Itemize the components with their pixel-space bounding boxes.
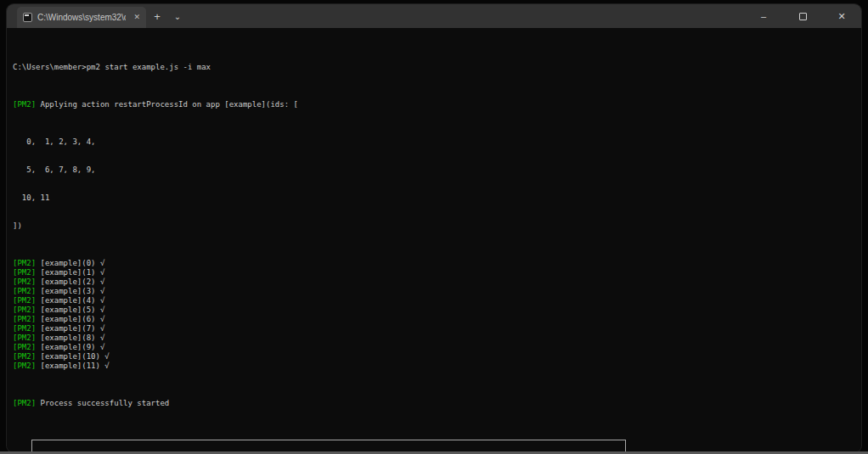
pm2-tag: [PM2] [13,399,36,407]
process-status-text: [example](10) √ [36,352,110,361]
terminal-line: [PM2] [example](9) √ [13,343,861,352]
terminal-line: 5, 6, 7, 8, 9, [13,165,861,175]
terminal-line: [PM2] Applying action restartProcessId o… [13,100,861,109]
pm2-tag: [PM2] [13,259,36,267]
maximize-button[interactable] [783,4,822,28]
pm2-tag: [PM2] [13,305,36,314]
terminal-line: [PM2] [example](3) √ [13,287,861,296]
pm2-tag: [PM2] [13,315,36,323]
minimize-icon: – [761,11,766,21]
terminal-window: C:\Windows\system32\cmd.e... ✕ + ⌄ – ✕ C… [7,4,861,452]
pm2-tag: [PM2] [13,277,36,286]
terminal-output[interactable]: C:\Users\member>pm2 start example.js -i … [7,28,861,452]
terminal-tab[interactable]: C:\Windows\system32\cmd.e... ✕ [17,7,146,28]
close-button[interactable]: ✕ [822,4,861,28]
tab-close-icon[interactable]: ✕ [133,14,140,21]
tab-dropdown-button[interactable]: ⌄ [168,4,187,28]
process-status-text: [example](1) √ [36,268,104,277]
pm2-process-lines: [PM2] [example](0) √[PM2] [example](1) √… [13,259,861,371]
pm2-tag: [PM2] [13,324,36,333]
process-status-text: [example](11) √ [36,362,110,370]
pm2-tag: [PM2] [13,333,36,342]
terminal-line: [PM2] [example](10) √ [13,352,861,362]
titlebar-drag-area [187,4,744,28]
titlebar: C:\Windows\system32\cmd.e... ✕ + ⌄ – ✕ [7,4,861,28]
process-status-text: [example](8) √ [36,333,104,342]
prompt-text: C:\Users\member> [13,63,87,71]
success-text: Process successfully started [36,399,169,407]
pm2-tag: [PM2] [13,343,36,351]
terminal-line: [PM2] [example](6) √ [13,315,861,324]
pm2-tag: [PM2] [13,100,36,109]
terminal-line: 0, 1, 2, 3, 4, [13,137,861,147]
process-status-text: [example](9) √ [36,343,104,351]
process-status-text: [example](4) √ [36,296,104,305]
terminal-line: [PM2] [example](8) √ [13,333,861,343]
tab-title: C:\Windows\system32\cmd.e... [37,13,126,22]
terminal-line: [PM2] [example](4) √ [13,296,861,305]
terminal-line: [PM2] Process successfully started [13,399,861,408]
command-line: C:\Users\member>pm2 start example.js -i … [13,63,861,72]
pm2-tag: [PM2] [13,268,36,277]
terminal-line: [PM2] [example](7) √ [13,324,861,333]
terminal-line: [PM2] [example](11) √ [13,362,861,371]
new-tab-button[interactable]: + [146,4,168,28]
pm2-process-table: idnamenamespaceversionmodepiduptime↺stat… [31,440,626,452]
cmd-window-icon [23,13,32,22]
close-icon: ✕ [837,11,845,22]
terminal-line: ]) [13,221,861,231]
terminal-line: 10, 11 [13,193,861,203]
pm2-tag: [PM2] [13,352,36,361]
terminal-line: [PM2] [example](0) √ [13,259,861,268]
applying-text: Applying action restartProcessId on app … [36,100,298,109]
terminal-line: [PM2] [example](5) √ [13,305,861,315]
terminal-line: [PM2] [example](1) √ [13,268,861,277]
process-status-text: [example](0) √ [36,259,104,267]
pm2-tag: [PM2] [13,296,36,305]
process-status-text: [example](5) √ [36,305,104,314]
process-status-text: [example](6) √ [36,315,104,323]
process-status-text: [example](2) √ [36,277,104,286]
process-status-text: [example](7) √ [36,324,104,333]
terminal-line: [PM2] [example](2) √ [13,277,861,287]
pm2-tag: [PM2] [13,362,36,370]
maximize-icon [799,13,807,20]
command-text: pm2 start example.js -i max [87,63,211,71]
minimize-button[interactable]: – [744,4,783,28]
process-status-text: [example](3) √ [36,287,104,295]
pm2-tag: [PM2] [13,287,36,295]
